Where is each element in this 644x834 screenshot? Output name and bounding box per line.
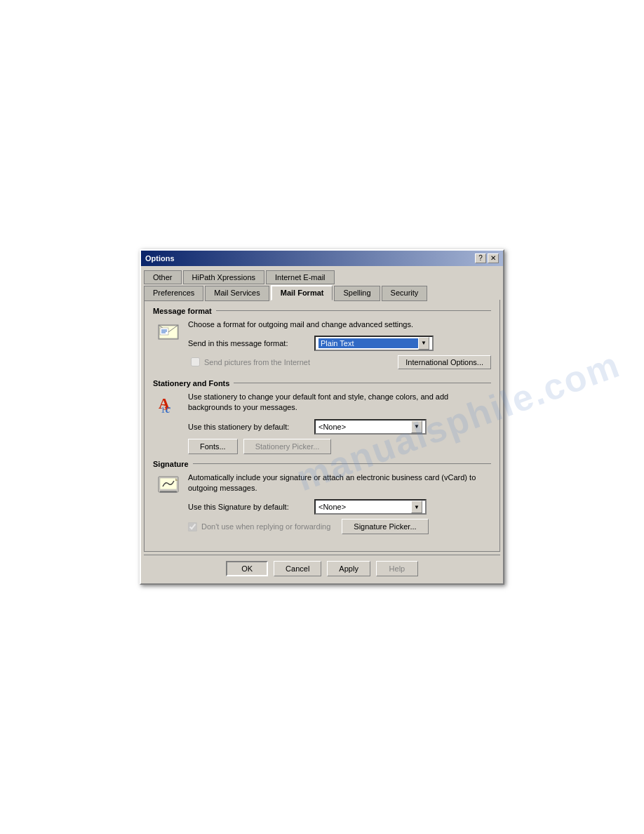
- stationery-picker-button[interactable]: Stationery Picker...: [243, 439, 332, 454]
- signature-content: Automatically include your signature or …: [188, 472, 491, 539]
- dialog-title: Options: [145, 254, 175, 263]
- message-format-dropdown[interactable]: Plain Text ▼: [314, 336, 434, 351]
- stationery-label: Use this stationery by default:: [188, 423, 314, 431]
- format-dropdown-value: Plain Text: [318, 338, 418, 348]
- svg-text:3: 3: [163, 403, 168, 411]
- stationery-divider: [234, 383, 491, 383]
- tab-row-bottom: Preferences Mail Services Mail Format Sp…: [141, 284, 503, 300]
- fonts-button[interactable]: Fonts...: [188, 439, 238, 454]
- message-format-content: Choose a format for outgoing mail and ch…: [188, 319, 491, 373]
- signature-picker-button[interactable]: Signature Picker...: [342, 519, 428, 534]
- title-bar-buttons: ? ✕: [475, 253, 499, 263]
- ok-button[interactable]: OK: [226, 561, 268, 576]
- stationery-icon-svg: A c 1 3: [157, 393, 180, 416]
- send-pictures-checkbox[interactable]: [191, 357, 200, 366]
- stationery-content: Use stationery to change your default fo…: [188, 392, 491, 454]
- stationery-icon: A c 1 3: [156, 392, 181, 417]
- stationery-buttons-row: Fonts... Stationery Picker...: [188, 439, 491, 454]
- format-dropdown-arrow[interactable]: ▼: [418, 337, 429, 350]
- signature-icon-svg: [157, 474, 180, 496]
- dont-use-checkbox[interactable]: [188, 522, 197, 531]
- stationery-form-row: Use this stationery by default: <None> ▼: [188, 419, 491, 435]
- stationery-dropdown-value: <None>: [318, 423, 411, 431]
- stationery-body: A c 1 3 Use stationery to change your de…: [153, 392, 491, 454]
- stationery-dropdown[interactable]: <None> ▼: [314, 419, 427, 435]
- tab-security[interactable]: Security: [382, 286, 428, 301]
- help-button[interactable]: Help: [376, 561, 418, 576]
- mail-icon-svg: [157, 321, 180, 343]
- bottom-buttons: OK Cancel Apply Help: [144, 555, 500, 583]
- tab-row-top: Other HiPath Xpressions Internet E-mail: [141, 266, 503, 283]
- tab-hipath[interactable]: HiPath Xpressions: [183, 270, 265, 284]
- tab-spelling[interactable]: Spelling: [334, 286, 380, 301]
- dont-use-label: Don't use when replying or forwarding: [201, 522, 330, 531]
- send-pictures-label: Send pictures from the Internet: [204, 358, 310, 366]
- tab-internet-email[interactable]: Internet E-mail: [266, 270, 335, 284]
- signature-dropdown-value: <None>: [318, 503, 411, 511]
- stationery-desc: Use stationery to change your default fo…: [188, 392, 491, 413]
- intl-options-row: Send pictures from the Internet Internat…: [188, 355, 491, 369]
- signature-divider: [193, 463, 491, 464]
- signature-desc: Automatically include your signature or …: [188, 472, 491, 494]
- section-divider: [216, 310, 491, 311]
- international-options-button[interactable]: International Options...: [398, 355, 491, 369]
- signature-icon: [156, 472, 181, 498]
- format-form-row: Send in this message format: Plain Text …: [188, 336, 491, 351]
- cancel-button[interactable]: Cancel: [274, 561, 321, 576]
- message-format-body: Choose a format for outgoing mail and ch…: [153, 319, 491, 373]
- tab-mail-format[interactable]: Mail Format: [271, 285, 333, 300]
- mail-format-icon: [156, 319, 181, 345]
- apply-button[interactable]: Apply: [327, 561, 370, 576]
- tab-mail-services[interactable]: Mail Services: [205, 286, 269, 301]
- signature-dropdown-arrow[interactable]: ▼: [411, 501, 422, 513]
- help-title-button[interactable]: ?: [475, 253, 486, 263]
- svg-rect-14: [160, 491, 177, 493]
- signature-label: Use this Signature by default:: [188, 503, 314, 511]
- signature-body: Automatically include your signature or …: [153, 472, 491, 539]
- signature-dropdown[interactable]: <None> ▼: [314, 499, 427, 515]
- send-pictures-row: Send pictures from the Internet: [188, 357, 310, 366]
- stationery-dropdown-arrow[interactable]: ▼: [411, 421, 422, 433]
- message-format-header: Message format: [153, 307, 491, 315]
- title-bar: Options ? ✕: [141, 251, 503, 266]
- close-title-button[interactable]: ✕: [488, 253, 499, 263]
- stationery-header: Stationery and Fonts: [153, 379, 491, 388]
- content-area: Message format: [144, 300, 500, 552]
- tab-preferences[interactable]: Preferences: [144, 286, 203, 301]
- dont-use-row: Don't use when replying or forwarding Si…: [188, 519, 491, 534]
- tab-other[interactable]: Other: [144, 270, 182, 284]
- format-label: Send in this message format:: [188, 339, 314, 348]
- signature-header: Signature: [153, 460, 491, 468]
- signature-form-row: Use this Signature by default: <None> ▼: [188, 499, 491, 515]
- message-format-desc: Choose a format for outgoing mail and ch…: [188, 319, 491, 330]
- options-dialog: Options ? ✕ Other HiPath Xpressions Inte…: [140, 249, 504, 585]
